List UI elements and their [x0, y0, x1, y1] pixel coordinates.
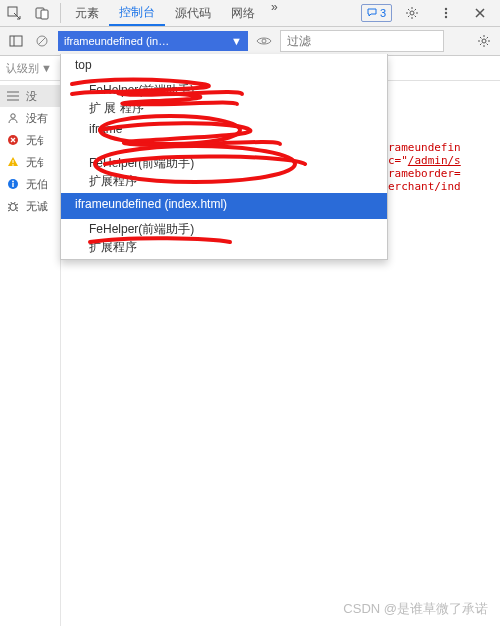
dropdown-item[interactable]: FeHelper(前端助手) — [61, 153, 387, 173]
context-dropdown: top FeHelper(前端助手) 扩 展 程序 iframe FeHelpe… — [60, 54, 388, 260]
list-icon — [6, 89, 20, 103]
sidebar-row[interactable]: 无伯 — [0, 173, 60, 195]
svg-point-15 — [12, 164, 14, 166]
sidebar-row[interactable]: 无诚 — [0, 195, 60, 217]
svg-point-6 — [445, 16, 447, 18]
gear-icon[interactable] — [404, 5, 420, 21]
svg-point-3 — [410, 11, 414, 15]
svg-point-11 — [262, 39, 266, 43]
dropdown-item[interactable]: FeHelper(前端助手) — [61, 219, 387, 239]
tabs-overflow[interactable]: » — [265, 0, 284, 26]
separator — [60, 3, 61, 23]
svg-rect-7 — [10, 36, 22, 46]
devtools-titlebar: 元素 控制台 源代码 网络 » 3 — [0, 0, 500, 27]
svg-point-18 — [12, 181, 14, 183]
kebab-icon[interactable] — [438, 5, 454, 21]
svg-point-4 — [445, 8, 447, 10]
console-line: c=" — [388, 154, 408, 167]
dropdown-sub: 扩展程序 — [61, 239, 387, 259]
live-expression-icon[interactable] — [254, 31, 274, 51]
svg-point-12 — [482, 39, 486, 43]
chevron-down-icon[interactable]: ▼ — [41, 62, 52, 74]
tab-console[interactable]: 控制台 — [109, 0, 165, 26]
chevron-down-icon: ▼ — [231, 35, 242, 47]
svg-point-19 — [10, 204, 16, 211]
inspect-icon[interactable] — [6, 5, 22, 21]
console-line: rameundefin — [388, 141, 461, 154]
console-link[interactable]: /admin/s — [408, 154, 461, 167]
panel-tabs: 元素 控制台 源代码 网络 » — [65, 0, 361, 26]
user-icon — [6, 111, 20, 125]
level-label: 认级别 — [6, 61, 39, 76]
watermark: CSDN @是谁草微了承诺 — [343, 600, 488, 618]
sidebar-row[interactable]: 没有 — [0, 107, 60, 129]
messages-badge[interactable]: 3 — [361, 4, 392, 22]
info-icon — [6, 177, 20, 191]
sidebar-item-label: 无钅 — [26, 133, 48, 148]
console-settings-icon[interactable] — [474, 31, 494, 51]
device-icon[interactable] — [34, 5, 50, 21]
messages-count: 3 — [380, 7, 386, 19]
context-selected-label: iframeundefined (in… — [64, 35, 169, 47]
sidebar-row[interactable]: 无钅 — [0, 151, 60, 173]
sidebar-item-label: 无伯 — [26, 177, 48, 192]
tab-elements[interactable]: 元素 — [65, 0, 109, 26]
sidebar-item-label: 无诚 — [26, 199, 48, 214]
svg-rect-2 — [41, 10, 48, 19]
svg-point-5 — [445, 12, 447, 14]
dropdown-item-selected[interactable]: iframeundefined (index.html) — [61, 193, 387, 215]
close-icon[interactable] — [472, 5, 488, 21]
titlebar-right: 3 — [361, 4, 494, 22]
console-toolbar: iframeundefined (in… ▼ — [0, 27, 500, 56]
tab-network[interactable]: 网络 — [221, 0, 265, 26]
dropdown-item[interactable]: iframe — [61, 120, 387, 137]
svg-rect-17 — [12, 183, 13, 187]
tab-sources[interactable]: 源代码 — [165, 0, 221, 26]
dropdown-sub: 扩展程序 — [61, 173, 387, 193]
sidebar-item-label: 没有 — [26, 111, 48, 126]
dropdown-sub: 扩 展 程序 — [61, 100, 387, 120]
dropdown-item-top[interactable]: top — [61, 54, 387, 76]
console-sidebar: 没 没有 无钅 无钅 无伯 无诚 — [0, 81, 61, 626]
clear-console-icon[interactable] — [32, 31, 52, 51]
execution-context-selector[interactable]: iframeundefined (in… ▼ — [58, 31, 248, 51]
bug-icon — [6, 199, 20, 213]
filter-input[interactable] — [280, 30, 444, 52]
warning-icon — [6, 155, 20, 169]
error-icon — [6, 133, 20, 147]
svg-point-13 — [11, 114, 15, 118]
sidebar-item-label: 无钅 — [26, 155, 48, 170]
dropdown-item[interactable]: FeHelper(前端助手) — [61, 80, 387, 100]
svg-line-10 — [39, 38, 46, 45]
console-line: erchant/ind — [388, 180, 461, 193]
sidebar-row[interactable]: 无钅 — [0, 129, 60, 151]
console-line: rameborder= — [388, 167, 461, 180]
sidebar-toggle-icon[interactable] — [6, 31, 26, 51]
sidebar-item-label: 没 — [26, 89, 37, 104]
sidebar-row[interactable]: 没 — [0, 85, 60, 107]
